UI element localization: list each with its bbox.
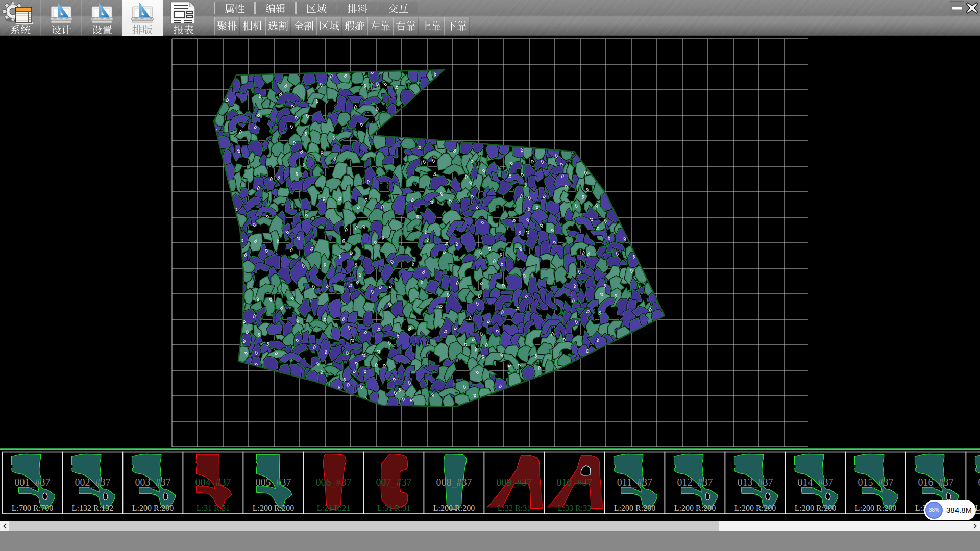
svg-text:008_#37: 008_#37	[436, 477, 472, 488]
svg-text:L:700 R:700: L:700 R:700	[12, 504, 53, 512]
svg-text:L:31 R:31: L:31 R:31	[377, 504, 410, 512]
svg-text:L:200 R:200: L:200 R:200	[614, 504, 655, 512]
svg-text:010_#37: 010_#37	[557, 477, 593, 488]
svg-text:L:200 R:200: L:200 R:200	[734, 504, 776, 512]
svg-text:L:200 R:200: L:200 R:200	[975, 504, 980, 512]
svg-text:L:200 R:200: L:200 R:200	[253, 504, 294, 512]
svg-text:L:200 R:200: L:200 R:200	[674, 504, 716, 512]
svg-text:L:200 R:200: L:200 R:200	[433, 504, 475, 512]
svg-text:007_#37: 007_#37	[376, 477, 412, 488]
svg-text:011_#37: 011_#37	[617, 477, 652, 488]
svg-text:L:21 R:21: L:21 R:21	[317, 504, 350, 512]
svg-text:L:33 R:33: L:33 R:33	[558, 504, 591, 512]
svg-text:015_#37: 015_#37	[858, 477, 894, 488]
svg-text:017_#37: 017_#37	[978, 477, 980, 488]
svg-text:L:200 R:200: L:200 R:200	[855, 504, 896, 512]
svg-text:001_#37: 001_#37	[15, 477, 51, 488]
svg-text:L:32 R:31: L:32 R:31	[498, 504, 531, 512]
svg-text:L:200 R:200: L:200 R:200	[132, 504, 174, 512]
svg-text:004_#37: 004_#37	[195, 477, 231, 488]
svg-text:L:132 R:132: L:132 R:132	[72, 504, 113, 512]
svg-text:005_#37: 005_#37	[256, 477, 291, 488]
svg-text:012_#37: 012_#37	[677, 477, 713, 488]
svg-text:L:200 R:200: L:200 R:200	[795, 504, 836, 512]
svg-text:L:31 R:31: L:31 R:31	[197, 504, 230, 512]
svg-text:016_#37: 016_#37	[918, 477, 954, 488]
svg-text:014_#37: 014_#37	[798, 477, 834, 488]
svg-text:002_#37: 002_#37	[75, 477, 111, 488]
svg-text:006_#37: 006_#37	[316, 477, 352, 488]
svg-text:009_#37: 009_#37	[497, 477, 532, 488]
svg-text:003_#37: 003_#37	[135, 477, 171, 488]
svg-text:013_#37: 013_#37	[738, 477, 773, 488]
